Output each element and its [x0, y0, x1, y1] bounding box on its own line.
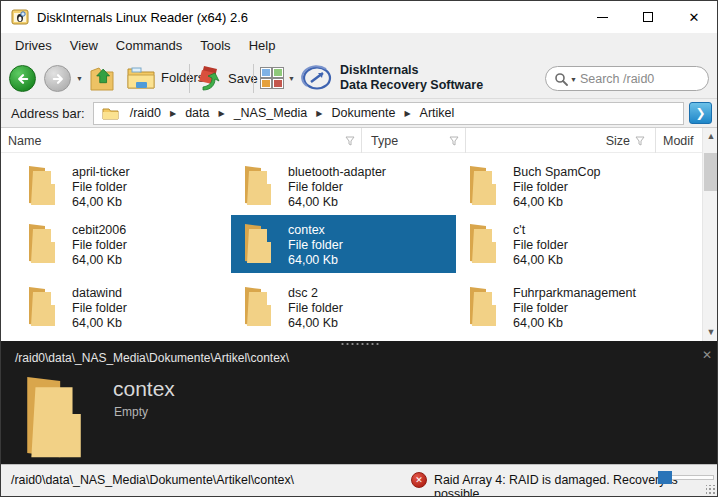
views-button[interactable] — [260, 67, 284, 92]
menu-tools[interactable]: Tools — [191, 34, 239, 57]
file-type: File folder — [288, 180, 386, 195]
back-button[interactable] — [9, 65, 36, 92]
scroll-down-icon[interactable]: ▼ — [703, 325, 718, 340]
file-tile[interactable]: FuhrparkmanagementFile folder64,00 Kb — [456, 278, 672, 336]
file-name: datawind — [72, 286, 127, 301]
app-icon — [11, 9, 29, 25]
menu-drives[interactable]: Drives — [6, 34, 61, 57]
resize-grip[interactable] — [706, 485, 716, 495]
file-size: 64,00 Kb — [288, 253, 343, 268]
folders-button[interactable]: Folders — [127, 64, 204, 90]
breadcrumb-segment-raid0[interactable]: /raid0 — [121, 106, 170, 120]
file-size: 64,00 Kb — [72, 316, 127, 331]
file-name: dsc 2 — [288, 286, 343, 301]
filter-icon[interactable] — [345, 136, 355, 146]
column-modified-label: Modif — [663, 134, 694, 148]
title-bar: DiskInternals Linux Reader (x64) 2.6 ✕ — [1, 1, 717, 33]
menu-bar: Drives View Commands Tools Help — [1, 33, 717, 58]
error-icon: ✕ — [411, 472, 427, 488]
maximize-button[interactable] — [625, 1, 671, 33]
toolbar: ▼ Folders Save — [1, 58, 717, 99]
column-header-size[interactable]: Size — [466, 128, 656, 153]
forward-button[interactable] — [44, 65, 71, 92]
folder-icon — [466, 223, 500, 263]
filter-icon[interactable] — [449, 136, 459, 146]
breadcrumb[interactable]: /raid0 ▶ data ▶ _NAS_Media ▶ Dokumente ▶… — [93, 102, 684, 125]
file-type: File folder — [72, 301, 127, 316]
file-name: contex — [288, 223, 343, 238]
column-header-row: Name Type Size Modif — [1, 128, 702, 153]
file-name: c't — [513, 223, 568, 238]
file-size: 64,00 Kb — [288, 195, 386, 210]
scroll-up-icon[interactable]: ▲ — [703, 129, 718, 144]
folder-icon — [466, 286, 500, 326]
file-tile[interactable]: Buch SpamCopFile folder64,00 Kb — [456, 157, 672, 215]
progress-bar — [658, 471, 714, 484]
folders-icon — [127, 64, 156, 90]
file-type: File folder — [288, 301, 343, 316]
save-button[interactable]: Save — [197, 64, 258, 92]
folder-icon — [241, 286, 275, 326]
file-name: cebit2006 — [72, 223, 127, 238]
file-size: 64,00 Kb — [513, 316, 636, 331]
window-title: DiskInternals Linux Reader (x64) 2.6 — [37, 10, 248, 25]
menu-commands[interactable]: Commands — [107, 34, 191, 57]
vertical-scrollbar[interactable]: ▲ ▼ — [702, 128, 718, 341]
logo-line2: Data Recovery Software — [340, 78, 483, 93]
file-size: 64,00 Kb — [513, 195, 601, 210]
file-size: 64,00 Kb — [513, 253, 568, 268]
file-size: 64,00 Kb — [72, 253, 127, 268]
up-directory-button[interactable] — [89, 64, 119, 96]
search-input[interactable] — [580, 72, 700, 86]
close-button[interactable]: ✕ — [671, 1, 717, 33]
go-button[interactable]: ❯ — [689, 102, 712, 124]
menu-view[interactable]: View — [61, 34, 107, 57]
search-box[interactable]: ▼ — [545, 66, 709, 91]
file-tile[interactable]: datawindFile folder64,00 Kb — [15, 278, 231, 336]
file-tile-selected[interactable]: contexFile folder64,00 Kb — [231, 215, 456, 273]
breadcrumb-segment-nas-media[interactable]: _NAS_Media — [225, 106, 317, 120]
search-scope-dropdown-icon[interactable]: ▼ — [570, 76, 577, 83]
file-list: april-tickerFile folder64,00 Kb bluetoot… — [1, 153, 702, 341]
preview-close-icon[interactable]: ✕ — [702, 348, 712, 362]
file-tile[interactable]: april-tickerFile folder64,00 Kb — [15, 157, 231, 215]
file-tile[interactable]: c'tFile folder64,00 Kb — [456, 215, 672, 273]
breadcrumb-segment-artikel[interactable]: Artikel — [411, 106, 464, 120]
splitter-handle[interactable] — [340, 342, 380, 346]
preview-folder-icon — [19, 374, 89, 458]
breadcrumb-segment-data[interactable]: data — [176, 106, 218, 120]
views-grid-icon — [260, 67, 284, 89]
folder-icon — [241, 165, 275, 205]
diskinternals-logo: DiskInternals Data Recovery Software — [300, 63, 483, 93]
column-header-type[interactable]: Type — [362, 128, 466, 153]
file-tile[interactable]: bluetooth-adapterFile folder64,00 Kb — [231, 157, 456, 215]
filter-icon[interactable] — [635, 136, 645, 146]
save-icon — [197, 64, 223, 92]
file-type: File folder — [72, 238, 127, 253]
column-header-name[interactable]: Name — [1, 128, 362, 153]
preview-panel: /raid0\data\_NAS_Media\Dokumente\Artikel… — [1, 341, 718, 464]
file-type: File folder — [513, 180, 601, 195]
minimize-button[interactable] — [579, 1, 625, 33]
maximize-icon — [643, 12, 653, 22]
folder-icon — [25, 165, 59, 205]
toolbar-separator — [189, 64, 190, 93]
file-tile[interactable]: dsc 2File folder64,00 Kb — [231, 278, 456, 336]
address-bar-label: Address bar: — [11, 106, 85, 121]
file-size: 64,00 Kb — [72, 195, 130, 210]
scrollbar-thumb[interactable] — [704, 153, 718, 191]
views-dropdown-icon[interactable]: ▼ — [288, 75, 295, 82]
column-header-modified[interactable]: Modif — [656, 128, 702, 153]
logo-swirl-icon — [300, 63, 334, 93]
toolbar-separator — [253, 64, 254, 93]
forward-dropdown-icon[interactable]: ▼ — [76, 75, 83, 82]
file-name: Buch SpamCop — [513, 165, 601, 180]
search-icon — [554, 72, 568, 86]
file-name: Fuhrparkmanagement — [513, 286, 636, 301]
breadcrumb-segment-dokumente[interactable]: Dokumente — [322, 106, 404, 120]
address-bar-row: Address bar: /raid0 ▶ data ▶ _NAS_Media … — [1, 99, 717, 128]
menu-help[interactable]: Help — [240, 34, 285, 57]
file-tile[interactable]: cebit2006File folder64,00 Kb — [15, 215, 231, 273]
status-path: /raid0\data\_NAS_Media\Dokumente\Artikel… — [11, 473, 294, 487]
breadcrumb-folder-icon — [102, 106, 119, 120]
